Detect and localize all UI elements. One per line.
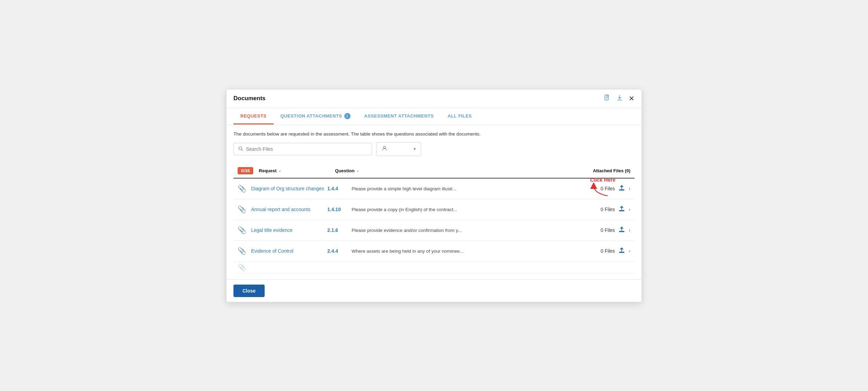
documents-modal: Documents ✕ REQUESTS QUESTIO: [226, 89, 642, 302]
click-here-arrow: [590, 183, 611, 198]
header-actions: ✕: [604, 94, 635, 103]
expand-icon[interactable]: ›: [629, 207, 630, 212]
tabs-bar: REQUESTS QUESTION ATTACHMENTS i ASSESSME…: [227, 108, 641, 125]
table-row-partial: 📎: [233, 262, 635, 273]
table-row: 📎 Legal title evidence 2.1.6 Please prov…: [233, 220, 635, 241]
clip-icon: 📎: [238, 247, 246, 255]
upload-button[interactable]: [618, 246, 625, 256]
question-text: Please provide evidence and/or confirmat…: [352, 228, 575, 233]
svg-rect-7: [619, 231, 625, 232]
files-area: 0 Files ›: [575, 205, 630, 214]
modal-footer: Close: [227, 279, 641, 302]
clip-icon: 📎: [238, 184, 246, 193]
search-input[interactable]: [246, 146, 367, 152]
question-text: Please provide a simple high level diagr…: [352, 186, 575, 191]
table-row: 📎 Annual report and accounts 1.4.10 Plea…: [233, 199, 635, 220]
table-row: 📎 Evidence of Control 2.4.4 Where assets…: [233, 241, 635, 262]
question-number: 1.4.4: [327, 186, 352, 191]
expand-icon[interactable]: ›: [629, 227, 630, 233]
files-count: 0 Files: [601, 248, 615, 254]
clip-icon: 📎: [238, 205, 246, 214]
request-sort-icon[interactable]: ⌄: [278, 168, 281, 173]
table-row: 📎 Diagram of Org structure changes 1.4.4…: [233, 179, 635, 199]
upload-button[interactable]: [618, 184, 625, 193]
modal-header: Documents ✕: [227, 89, 641, 108]
files-area: 0 Files ›: [575, 246, 630, 256]
tab-requests[interactable]: REQUESTS: [233, 108, 274, 124]
question-sort-icon[interactable]: ⌄: [356, 168, 359, 173]
request-name[interactable]: Diagram of Org structure changes: [251, 186, 327, 191]
svg-point-1: [239, 147, 242, 150]
modal-title: Documents: [233, 95, 266, 102]
clip-icon: 📎: [238, 226, 246, 234]
filter-dropdown[interactable]: ▾: [376, 142, 421, 156]
search-icon: [238, 146, 243, 152]
click-here-annotation: Click Here: [590, 177, 615, 198]
files-count: 0 Files: [601, 207, 615, 212]
download-icon[interactable]: [616, 94, 623, 103]
question-text: Where assets are being held in any of yo…: [352, 249, 575, 254]
svg-line-2: [241, 149, 242, 150]
question-number: 2.1.6: [327, 227, 352, 233]
svg-point-3: [383, 146, 386, 148]
col-header-files: Attached Files (0): [575, 168, 630, 173]
table-header: 0/38 Request ⌄ Question ⌄ Attached Files…: [233, 164, 635, 179]
expand-icon[interactable]: ›: [629, 186, 630, 191]
user-filter-icon: [381, 145, 388, 153]
description-text: The documents below are requested in the…: [233, 131, 635, 137]
svg-rect-8: [619, 252, 625, 253]
close-icon[interactable]: ✕: [629, 94, 635, 103]
col-header-question: Question ⌄: [335, 168, 575, 173]
close-button[interactable]: Close: [233, 285, 265, 297]
search-box[interactable]: [233, 143, 372, 155]
question-number: 2.4.4: [327, 248, 352, 254]
clip-icon: 📎: [238, 263, 246, 271]
count-badge: 0/38: [238, 167, 253, 174]
request-name[interactable]: Annual report and accounts: [251, 207, 327, 212]
modal-body: The documents below are requested in the…: [227, 125, 641, 279]
upload-button[interactable]: [618, 205, 625, 214]
svg-rect-4: [619, 189, 625, 190]
tab-all-files[interactable]: ALL FILES: [441, 108, 479, 124]
svg-rect-6: [619, 210, 625, 211]
tab-assessment-attachments[interactable]: ASSESSMENT ATTACHMENTS: [357, 108, 441, 124]
request-name[interactable]: Evidence of Control: [251, 248, 327, 254]
document-icon[interactable]: [604, 94, 611, 103]
question-number: 1.4.10: [327, 207, 352, 212]
filter-chevron-icon: ▾: [414, 146, 416, 151]
files-count: 0 Files: [601, 227, 615, 233]
request-name[interactable]: Legal title evidence: [251, 227, 327, 233]
upload-button[interactable]: [618, 226, 625, 235]
expand-icon[interactable]: ›: [629, 248, 630, 254]
search-row: ▾: [233, 142, 635, 156]
files-area: 0 Files ›: [575, 226, 630, 235]
question-text: Please provide a copy (in English) of th…: [352, 207, 575, 212]
info-badge: i: [344, 113, 351, 119]
tab-question-attachments[interactable]: QUESTION ATTACHMENTS i: [274, 108, 357, 125]
col-header-request: Request ⌄: [259, 168, 335, 173]
